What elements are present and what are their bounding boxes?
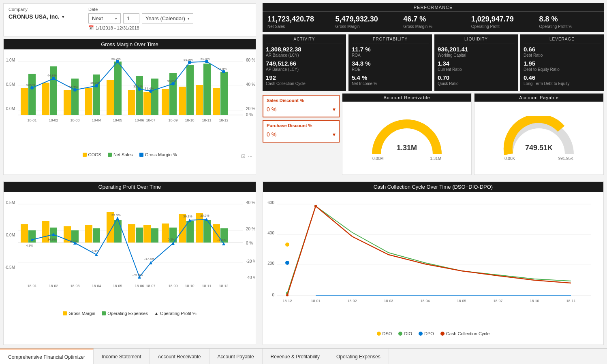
period-select[interactable]: Years (Calendar) ▾ [142, 13, 193, 23]
tab-ap-label: Account Payable [218, 354, 254, 360]
svg-point-33 [30, 86, 34, 89]
gross-margin-title: Gross Margin Over Time [4, 39, 256, 49]
svg-text:-17.6%: -17.6% [144, 257, 154, 261]
ap-balance-label: AP Balance (LCY) [266, 67, 343, 72]
ap-gauge-body: 749.51K 0.00K 991.95K [474, 102, 603, 175]
netsales-label: Net Sales [113, 152, 133, 157]
chart-icons[interactable]: ⊡ ··· [241, 153, 252, 159]
svg-rect-17 [85, 88, 92, 115]
svg-text:35.9%: 35.9% [90, 81, 100, 85]
tab-comprehensive[interactable]: Comprehensive Financial Optimizer [0, 349, 94, 364]
svg-marker-105 [95, 253, 98, 256]
svg-text:40 %: 40 % [246, 200, 255, 205]
num-select[interactable]: 1 [123, 13, 139, 23]
legend-opex: Operating Expenses [102, 311, 148, 316]
period-chevron-icon: ▾ [188, 17, 190, 21]
svg-text:40.0%: 40.0% [26, 83, 35, 87]
perf-net-sales-label: Net Sales [267, 24, 327, 29]
liq-row-0: 936,201.41 Working Capital [438, 46, 515, 57]
svg-text:18-01: 18-01 [311, 299, 320, 303]
num-label: 1 [127, 15, 130, 21]
perf-gross-margin-value: 5,479,932.30 [336, 15, 395, 23]
svg-text:0 %: 0 % [246, 241, 253, 245]
legend-netsales: Net Sales [108, 152, 133, 157]
working-cap-val: 936,201.41 [438, 46, 515, 53]
tab-ar[interactable]: Account Receivable [150, 349, 209, 364]
svg-rect-80 [21, 224, 28, 243]
gross-margin-chart: Gross Margin Over Time 1.0M 0.5M 0.0M 60… [3, 39, 256, 175]
svg-text:1.0M: 1.0M [6, 58, 15, 62]
activity-header: ACTIVITY [266, 37, 343, 43]
svg-text:1.31M: 1.31M [397, 144, 417, 152]
sales-discount-select[interactable]: 0 % ▾ [267, 104, 336, 114]
svg-text:18-12: 18-12 [219, 284, 228, 288]
performance-box: PERFORMANCE 11,723,420.78 Net Sales 5,47… [263, 3, 604, 32]
tab-ap[interactable]: Account Payable [209, 349, 263, 364]
purchase-discount-select[interactable]: 0 % ▾ [267, 130, 336, 139]
svg-text:18-06: 18-06 [135, 118, 144, 122]
profitability-card: PROFITABILITY 11.7 % ROA 34.3 % ROE 5.4 … [348, 34, 432, 91]
perf-header: PERFORMANCE [263, 3, 604, 12]
svg-rect-86 [85, 225, 92, 243]
op-profit-legend: Gross Margin Operating Expenses ▲ Operat… [4, 309, 256, 317]
de-ratio-label: Debt to Equity Ratio [524, 67, 601, 72]
sales-discount-chevron: ▾ [333, 106, 336, 113]
svg-rect-29 [196, 85, 203, 115]
svg-point-156 [286, 294, 289, 296]
dpo-color [419, 332, 423, 336]
leverage-header: LEVERAGE [524, 37, 601, 43]
ar-gauge-container: Account Receivable 1.31M 0.00M 1.31M [342, 93, 472, 175]
tab-income[interactable]: Income Statement [94, 349, 150, 364]
roa-label: ROA [352, 53, 429, 57]
svg-text:18-04: 18-04 [420, 299, 430, 303]
tab-revenue[interactable]: Revenue & Profitability [263, 349, 328, 364]
ar-min: 0.00M [372, 156, 384, 161]
svg-text:30.1%: 30.1% [183, 215, 192, 218]
svg-text:0.0M: 0.0M [6, 233, 15, 237]
more-icon[interactable]: ··· [248, 153, 252, 159]
svg-text:18-03: 18-03 [384, 299, 393, 303]
metrics-row: ACTIVITY 1,308,922.38 AR Balance (LCY) 7… [263, 34, 604, 91]
svg-text:18-03: 18-03 [70, 284, 79, 288]
op-profit-svg: 0.5M 0.0M -0.5M 40 % 20 % 0 % -20 % -40 … [4, 192, 255, 309]
svg-rect-20 [114, 62, 122, 115]
cash-collection-title: Cash Collection Cycle Over Time (DSO+DIO… [263, 182, 603, 192]
date-label: Date [88, 7, 193, 12]
purchase-discount-label: Purchase Discount % [267, 123, 336, 128]
ap-gauge-container: Account Payable 749.51K 0.00K 991.95K [474, 93, 604, 175]
top-section: Company CRONUS USA, Inc. ▾ Date Next ▾ [0, 0, 607, 178]
grossmargin-color [139, 153, 143, 157]
svg-rect-11 [21, 88, 28, 115]
ar-gauge-svg: 1.31M [370, 116, 443, 160]
dso-color [377, 332, 381, 336]
cash-collection-svg: 600 400 200 0 18-12 18-01 18-02 18-03 18… [263, 192, 599, 330]
svg-text:18-11: 18-11 [202, 284, 211, 288]
op-pct-icon: ▲ [154, 311, 158, 315]
cogs-color [83, 153, 87, 157]
op-profit-chart: Operating Profit Over Time 0.5M 0.0M -0.… [3, 181, 256, 345]
company-select[interactable]: CRONUS USA, Inc. ▾ [9, 13, 64, 20]
expand-icon[interactable]: ⊡ [241, 153, 246, 159]
cash-legend: DSO DIO DPO Cash Collection Cycle [263, 330, 603, 338]
svg-text:18-02: 18-02 [49, 118, 58, 122]
svg-rect-89 [114, 220, 122, 243]
ap-max: 991.95K [558, 156, 573, 161]
opprofit-pct-label: Operating Profit % [160, 311, 197, 316]
tab-opex[interactable]: Operating Expenses [328, 349, 389, 364]
left-panel: Company CRONUS USA, Inc. ▾ Date Next ▾ [0, 0, 259, 178]
svg-rect-31 [213, 88, 220, 115]
svg-text:18-07: 18-07 [493, 299, 502, 303]
prof-row-0: 11.7 % ROA [352, 46, 429, 57]
next-select[interactable]: Next ▾ [88, 13, 121, 23]
company-label: Company [9, 7, 64, 12]
activity-card: ACTIVITY 1,308,922.38 AR Balance (LCY) 7… [263, 34, 346, 91]
svg-text:18-01: 18-01 [27, 284, 36, 288]
svg-text:18-02: 18-02 [347, 299, 357, 303]
legend-dpo: DPO [419, 331, 434, 336]
legend-grossmargin-op: Gross Margin [63, 311, 95, 316]
gross-margin-svg: 1.0M 0.5M 0.0M 60 % 40 % 20 % 0 % [4, 49, 255, 151]
ar-balance-val: 1,308,922.38 [266, 46, 343, 53]
svg-rect-90 [128, 224, 135, 243]
svg-text:18-04: 18-04 [92, 118, 101, 122]
svg-text:18-10: 18-10 [530, 299, 539, 303]
